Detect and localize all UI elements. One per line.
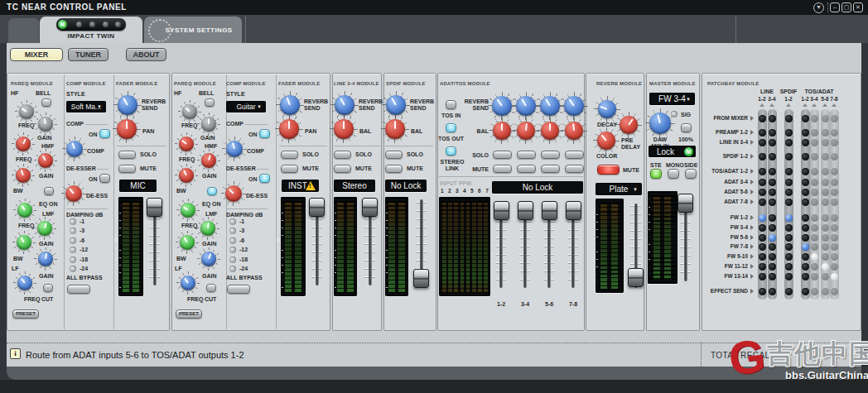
patchbay-dot[interactable]: [769, 224, 776, 232]
bal-knob-34[interactable]: [517, 122, 535, 140]
patchbay-dot[interactable]: [769, 214, 776, 222]
lmf-bw-knob[interactable]: [17, 235, 31, 250]
pan-knob[interactable]: [117, 119, 137, 139]
bal-knob-78[interactable]: [565, 122, 583, 140]
hmf-freq-knob[interactable]: [16, 137, 31, 151]
patchbay-dot[interactable]: [759, 263, 766, 271]
daw-mix-in-knob[interactable]: [649, 113, 671, 134]
patchbay-dot[interactable]: [811, 288, 818, 295]
patchbay-dot[interactable]: [769, 199, 776, 206]
patchbay-dot[interactable]: [831, 179, 838, 186]
patchbay-dot[interactable]: [811, 263, 818, 271]
patchbay-dot[interactable]: [759, 273, 766, 280]
patchbay-dot[interactable]: [759, 168, 766, 175]
mute-button[interactable]: [281, 165, 298, 173]
lmf-bw-knob[interactable]: [180, 235, 195, 250]
hmf-bw-knob[interactable]: [16, 168, 31, 183]
comp-on-button[interactable]: [259, 129, 270, 138]
patchbay-dot[interactable]: [769, 189, 776, 196]
patchbay-dot[interactable]: [759, 288, 766, 295]
patchbay-dot[interactable]: [785, 129, 793, 137]
patchbay-dot[interactable]: [802, 115, 809, 122]
fader-handle-34[interactable]: [518, 201, 533, 220]
patchbay-dot[interactable]: [831, 263, 838, 271]
patchbay-dot[interactable]: [802, 288, 809, 295]
patchbay-dot[interactable]: [769, 243, 776, 251]
patchbay-dot[interactable]: [811, 168, 818, 175]
patchbay-dot[interactable]: [769, 179, 776, 186]
window-menu-icon[interactable]: ▼: [813, 2, 824, 13]
reverb-send-knob[interactable]: [280, 95, 300, 115]
reverb-send-knob[interactable]: [335, 95, 354, 115]
stereo-link-button[interactable]: [446, 146, 456, 156]
tos-out-button[interactable]: [446, 123, 456, 132]
patchbay-dot[interactable]: [759, 139, 766, 146]
solo-button-56[interactable]: [541, 151, 560, 159]
bell-button[interactable]: [205, 98, 215, 107]
patchbay-dot[interactable]: [785, 179, 793, 186]
patchbay-dot[interactable]: [831, 189, 838, 196]
patchbay-dot[interactable]: [769, 139, 776, 146]
hf-freq-knob[interactable]: [182, 104, 197, 119]
fader-handle[interactable]: [147, 198, 162, 217]
reverb-send-knob[interactable]: [118, 95, 137, 115]
about-button[interactable]: ABOUT: [126, 48, 166, 61]
patchbay-dot[interactable]: [785, 153, 793, 161]
patchbay-dot[interactable]: [759, 199, 766, 206]
patchbay-dot[interactable]: [759, 179, 766, 186]
bal-knob[interactable]: [385, 119, 405, 139]
fader-handle[interactable]: [413, 269, 429, 288]
solo-button[interactable]: [385, 151, 403, 159]
solo-button-34[interactable]: [517, 151, 536, 159]
all-bypass-button[interactable]: [227, 285, 250, 294]
patchbay-dot[interactable]: [822, 139, 829, 146]
comp-knob[interactable]: [226, 141, 243, 157]
lf-gain-knob[interactable]: [38, 252, 53, 266]
patchbay-dot[interactable]: [831, 214, 838, 222]
bell-button[interactable]: [41, 98, 51, 107]
patchbay-dot[interactable]: [785, 263, 793, 271]
patchbay-dot[interactable]: [811, 273, 818, 280]
reverb-type-dropdown[interactable]: Plate▼: [596, 183, 642, 195]
pre-delay-knob[interactable]: [620, 116, 638, 134]
deesser-on-button[interactable]: [259, 174, 270, 183]
hmf-bw-knob[interactable]: [179, 168, 194, 183]
solo-button[interactable]: [118, 151, 136, 159]
patchbay-dot[interactable]: [831, 243, 838, 251]
patchbay-dot[interactable]: [802, 234, 809, 242]
patchbay-dot[interactable]: [785, 224, 793, 232]
patchbay-dot[interactable]: [802, 224, 809, 232]
comp-knob[interactable]: [66, 141, 83, 157]
patchbay-dot[interactable]: [811, 253, 818, 261]
patchbay-dot[interactable]: [785, 243, 793, 251]
mute-button[interactable]: [118, 165, 136, 173]
mixer-button[interactable]: MIXER: [10, 48, 63, 61]
patchbay-dot[interactable]: [822, 179, 829, 186]
patchbay-dot[interactable]: [769, 168, 776, 175]
fader-handle-56[interactable]: [542, 201, 557, 220]
patchbay-dot[interactable]: [802, 199, 809, 206]
patchbay-dot[interactable]: [831, 115, 838, 122]
patchbay-dot[interactable]: [785, 273, 793, 280]
bal-knob-56[interactable]: [541, 122, 559, 140]
patchbay-dot[interactable]: [822, 253, 829, 261]
reverb-mute-button[interactable]: [597, 165, 620, 175]
mute-button-56[interactable]: [541, 165, 560, 173]
hmf-freq-knob[interactable]: [179, 137, 194, 151]
patchbay-dot[interactable]: [802, 263, 809, 271]
solo-button[interactable]: [281, 151, 298, 159]
patchbay-dot[interactable]: [759, 153, 766, 161]
patchbay-dot[interactable]: [811, 224, 818, 232]
hmf-gain-knob[interactable]: [38, 153, 53, 168]
lmf-freq-knob[interactable]: [17, 203, 32, 218]
patchbay-dot[interactable]: [769, 129, 776, 137]
patchbay-dot[interactable]: [831, 153, 838, 161]
color-knob[interactable]: [597, 132, 615, 150]
patchbay-dot[interactable]: [759, 224, 766, 232]
reverb-send-knob-56[interactable]: [540, 96, 560, 116]
patchbay-dot[interactable]: [769, 273, 776, 280]
patchbay-dot[interactable]: [822, 189, 829, 196]
patchbay-dot[interactable]: [769, 115, 776, 122]
patchbay-dot[interactable]: [811, 243, 818, 251]
preset-button[interactable]: PRESET: [176, 309, 202, 319]
